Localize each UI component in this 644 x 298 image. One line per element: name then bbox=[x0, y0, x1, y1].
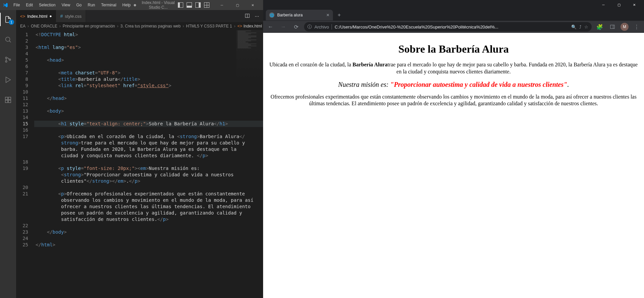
breadcrumb-item[interactable]: ONE ORACLE bbox=[31, 24, 57, 28]
chrome-menu-icon[interactable]: ⋮ bbox=[632, 22, 641, 32]
editor-tabs: <> Index.html ● # style.css ⋯ bbox=[16, 10, 263, 22]
profile-avatar[interactable]: M bbox=[621, 23, 629, 31]
tab-index-html[interactable]: <> Index.html ● bbox=[16, 10, 56, 22]
paragraph-body: Ofrecemos profesionales experimentados q… bbox=[267, 94, 640, 108]
html-file-icon: <> bbox=[237, 24, 242, 28]
strong-brand: Barbería Alura bbox=[352, 62, 387, 67]
vscode-window: File Edit Selection View Go Run Terminal… bbox=[0, 0, 263, 298]
browser-tab[interactable]: 🌐 Barbería alura ✕ bbox=[266, 10, 333, 20]
activity-bar: 1 bbox=[0, 10, 16, 298]
explorer-badge: 1 bbox=[9, 19, 14, 25]
svg-rect-7 bbox=[8, 97, 11, 100]
vscode-titlebar: File Edit Selection View Go Run Terminal… bbox=[0, 0, 263, 10]
minimize-button[interactable]: ─ bbox=[214, 0, 230, 10]
maximize-button[interactable]: ▢ bbox=[230, 0, 245, 10]
breadcrumb-item[interactable]: EA bbox=[20, 24, 26, 28]
page-title: Sobre la Barbería Alura bbox=[267, 43, 640, 55]
reload-button[interactable]: ⟳ bbox=[291, 22, 301, 32]
paragraph-mission: Nuestra misión es: "Proporcionar autoest… bbox=[267, 80, 640, 89]
tab-style-css[interactable]: # style.css bbox=[56, 10, 86, 22]
site-info-icon[interactable]: ⓘ bbox=[307, 24, 312, 30]
tab-label: Index.html bbox=[27, 14, 47, 19]
split-editor-icon[interactable] bbox=[245, 13, 250, 19]
divider bbox=[332, 24, 332, 29]
svg-point-2 bbox=[5, 61, 7, 62]
maximize-button[interactable]: ▢ bbox=[611, 0, 627, 9]
close-button[interactable]: ✕ bbox=[245, 0, 260, 10]
browser-toolbar: ← → ⟳ ⓘ Archivo C:/Users/Marcos/OneDrive… bbox=[263, 21, 644, 33]
source-control-icon[interactable] bbox=[0, 53, 16, 66]
paragraph-intro: Ubicada en el corazón de la ciudad, la B… bbox=[267, 61, 640, 75]
browser-tab-title: Barbería alura bbox=[277, 13, 303, 17]
run-debug-icon[interactable] bbox=[0, 73, 16, 86]
toggle-sidebar-icon[interactable] bbox=[178, 2, 183, 8]
toggle-panel-icon[interactable] bbox=[187, 2, 192, 8]
editor-area: <> Index.html ● # style.css ⋯ E bbox=[16, 10, 263, 298]
svg-rect-4 bbox=[5, 97, 8, 100]
minimize-button[interactable]: ─ bbox=[596, 0, 611, 9]
zoom-icon[interactable]: 🔍 bbox=[571, 24, 577, 29]
browser-window: ─ ▢ ✕ 🌐 Barbería alura ✕ + ← → ⟳ ⓘ Archi… bbox=[263, 0, 644, 298]
share-icon[interactable]: ⤴ bbox=[579, 24, 582, 29]
layout-controls bbox=[178, 2, 209, 8]
address-bar[interactable]: ⓘ Archivo C:/Users/Marcos/OneDrive%20-%2… bbox=[304, 22, 592, 32]
vscode-logo-icon bbox=[3, 2, 8, 8]
globe-icon: 🌐 bbox=[269, 12, 275, 18]
minimap[interactable] bbox=[236, 30, 263, 84]
css-file-icon: # bbox=[60, 13, 63, 19]
modified-dot-icon: ● bbox=[49, 14, 52, 18]
address-scheme-label: Archivo bbox=[314, 24, 329, 29]
extensions-puzzle-icon[interactable]: 🧩 bbox=[595, 22, 604, 32]
url-text: C:/Users/Marcos/OneDrive%20-%20Escuela%2… bbox=[335, 24, 568, 29]
mission-quote: "Proporcionar autoestima y calidad de vi… bbox=[390, 81, 567, 88]
bookmark-icon[interactable]: ☆ bbox=[584, 24, 588, 29]
menu-terminal[interactable]: Terminal bbox=[98, 1, 119, 9]
menu-file[interactable]: File bbox=[11, 1, 22, 9]
window-title-text: Index.html - Visual Studio C... bbox=[139, 0, 178, 10]
menu-go[interactable]: Go bbox=[73, 1, 84, 9]
code-content[interactable]: <!DOCTYPE html> <html lang="es"> <head> … bbox=[34, 30, 263, 298]
window-controls: ─ ▢ ✕ bbox=[214, 0, 260, 10]
toolbar-right: 🧩 M ⋮ bbox=[595, 22, 641, 32]
extensions-icon[interactable] bbox=[0, 93, 16, 107]
menu-run[interactable]: Run bbox=[85, 1, 98, 9]
svg-rect-6 bbox=[8, 100, 11, 103]
menu-selection[interactable]: Selection bbox=[36, 1, 58, 9]
menu-help[interactable]: Help bbox=[120, 1, 134, 9]
menu-view[interactable]: View bbox=[59, 1, 73, 9]
svg-point-1 bbox=[5, 57, 7, 59]
code-editor[interactable]: 1234567891011121314151617181920212223242… bbox=[16, 30, 263, 298]
customize-layout-icon[interactable] bbox=[204, 2, 209, 8]
svg-rect-9 bbox=[610, 25, 614, 29]
tab-label: style.css bbox=[65, 14, 82, 19]
search-icon[interactable] bbox=[0, 33, 16, 46]
explorer-icon[interactable]: 1 bbox=[0, 13, 16, 26]
window-title: ● Index.html - Visual Studio C... bbox=[133, 0, 178, 10]
browser-window-controls: ─ ▢ ✕ bbox=[596, 0, 642, 9]
menu-bar: File Edit Selection View Go Run Terminal… bbox=[11, 1, 133, 9]
breadcrumb-item[interactable]: 3. Crea tus primeras paginas web bbox=[120, 24, 181, 28]
breadcrumb-item[interactable]: Principiante en programación bbox=[63, 24, 115, 28]
svg-rect-5 bbox=[5, 100, 8, 103]
browser-tab-strip: 🌐 Barbería alura ✕ + bbox=[263, 9, 644, 21]
vscode-body: 1 <> Index.html ● bbox=[0, 10, 263, 298]
close-tab-icon[interactable]: ✕ bbox=[326, 13, 330, 17]
more-actions-icon[interactable]: ⋯ bbox=[255, 14, 259, 19]
menu-edit[interactable]: Edit bbox=[23, 1, 36, 9]
back-button[interactable]: ← bbox=[266, 22, 275, 32]
svg-point-0 bbox=[6, 37, 10, 42]
line-number-gutter: 1234567891011121314151617181920212223242… bbox=[16, 30, 34, 298]
browser-page-content: Sobre la Barbería Alura Ubicada en el co… bbox=[263, 33, 644, 298]
toggle-secondary-sidebar-icon[interactable] bbox=[195, 2, 201, 8]
breadcrumb-item[interactable]: HTML5 Y CSS3 PARTE 1 bbox=[186, 24, 232, 28]
close-button[interactable]: ✕ bbox=[627, 0, 642, 9]
side-panel-icon[interactable] bbox=[608, 22, 617, 32]
tab-actions: ⋯ bbox=[245, 10, 263, 22]
breadcrumbs[interactable]: EA› ONE ORACLE› Principiante en programa… bbox=[16, 22, 263, 30]
browser-titlebar: ─ ▢ ✕ bbox=[263, 0, 644, 9]
new-tab-button[interactable]: + bbox=[336, 12, 343, 18]
html-file-icon: <> bbox=[20, 14, 25, 19]
forward-button[interactable]: → bbox=[279, 22, 288, 32]
svg-point-3 bbox=[9, 59, 11, 61]
breadcrumb-file[interactable]: <> Index.html bbox=[237, 24, 262, 28]
